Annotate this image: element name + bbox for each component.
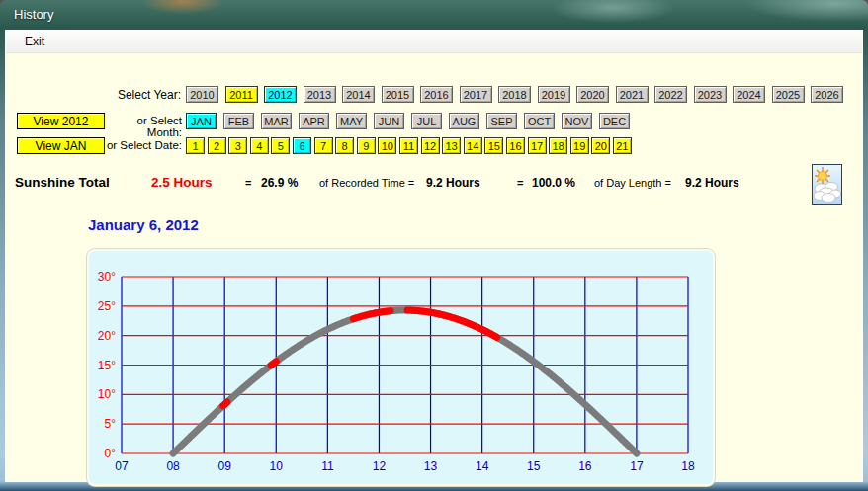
app-window: History Exit Select Year: 20102011201220…	[0, 0, 868, 491]
date-button[interactable]: 10	[378, 137, 396, 154]
year-button[interactable]: 2023	[694, 86, 727, 103]
year-button[interactable]: 2017	[460, 86, 492, 103]
date-button[interactable]: 5	[271, 137, 290, 154]
year-button[interactable]: 2026	[811, 86, 843, 103]
year-button[interactable]: 2025	[772, 86, 805, 103]
svg-text:18: 18	[681, 459, 695, 473]
svg-text:15: 15	[527, 459, 541, 473]
year-button[interactable]: 2019	[538, 86, 570, 103]
sun-behind-cloud-icon	[812, 164, 842, 205]
select-year-label: Select Year:	[110, 88, 181, 102]
view-year-button[interactable]: View 2012	[17, 113, 105, 129]
day-length-label: of Day Length =	[594, 177, 671, 189]
svg-text:10°: 10°	[98, 387, 116, 401]
svg-text:14: 14	[476, 459, 489, 473]
select-month-label: or Select Month:	[105, 115, 182, 138]
client-area: Select Year: 201020112012201320142015201…	[6, 54, 862, 481]
year-button[interactable]: 2024	[733, 86, 765, 103]
year-button[interactable]: 2013	[304, 86, 336, 103]
title-bar: History	[0, 0, 868, 30]
year-button[interactable]: 2020	[576, 86, 609, 103]
year-button[interactable]: 2015	[382, 86, 414, 103]
date-button[interactable]: 12	[421, 137, 440, 154]
date-button[interactable]: 11	[399, 137, 418, 154]
date-button[interactable]: 13	[442, 137, 461, 154]
sunshine-summary: Sunshine Total 2.5 Hours = 26.9 % of Rec…	[6, 175, 862, 193]
year-button[interactable]: 2010	[186, 86, 218, 103]
year-button[interactable]: 2011	[225, 86, 258, 103]
svg-text:20°: 20°	[98, 329, 116, 343]
year-button[interactable]: 2022	[654, 86, 687, 103]
year-button[interactable]: 2014	[342, 86, 375, 103]
date-button[interactable]: 3	[228, 137, 247, 154]
month-button-row: JANFEBMARAPRMAYJUNJULAUGSEPOCTNOVDEC	[186, 113, 637, 129]
svg-text:25°: 25°	[98, 299, 116, 313]
window-content: Exit Select Year: 2010201120122013201420…	[5, 30, 863, 482]
menu-bar: Exit	[6, 31, 862, 53]
date-button[interactable]: 21	[613, 137, 632, 154]
date-button[interactable]: 1	[186, 137, 205, 154]
sunshine-total-label: Sunshine Total	[15, 175, 110, 190]
date-button[interactable]: 17	[528, 137, 547, 154]
svg-text:17: 17	[630, 459, 644, 473]
chart-panel: 0°5°10°15°20°25°30°070809101112131415161…	[87, 249, 715, 486]
svg-text:16: 16	[578, 459, 592, 473]
svg-text:15°: 15°	[98, 359, 116, 372]
svg-text:09: 09	[218, 459, 232, 473]
date-button[interactable]: 2	[208, 137, 226, 154]
date-button[interactable]: 18	[549, 137, 567, 154]
window-title: History	[14, 7, 53, 22]
date-button[interactable]: 19	[570, 137, 589, 154]
month-button[interactable]: NOV	[562, 113, 592, 129]
recorded-time-value: 9.2 Hours	[426, 176, 480, 190]
month-button[interactable]: FEB	[223, 113, 254, 129]
date-button[interactable]: 7	[314, 137, 333, 154]
svg-text:07: 07	[115, 459, 129, 473]
month-button[interactable]: OCT	[524, 113, 555, 129]
month-button[interactable]: SEP	[486, 113, 517, 129]
svg-text:30°: 30°	[98, 270, 116, 284]
date-button[interactable]: 6	[293, 137, 311, 154]
day-length-percent: 100.0 %	[532, 176, 575, 190]
month-button[interactable]: MAR	[261, 113, 292, 129]
date-button-row: 123456789101112131415161718192021	[186, 137, 634, 154]
equals-sign: =	[245, 177, 251, 189]
svg-text:08: 08	[166, 459, 180, 473]
date-button[interactable]: 8	[335, 137, 354, 154]
recorded-time-percent: 26.9 %	[261, 176, 298, 190]
svg-text:0°: 0°	[105, 447, 117, 460]
month-button[interactable]: MAY	[336, 113, 367, 129]
year-button[interactable]: 2021	[616, 86, 649, 103]
month-button[interactable]: JUN	[374, 113, 404, 129]
date-button[interactable]: 15	[484, 137, 503, 154]
menu-item-exit[interactable]: Exit	[15, 31, 54, 52]
date-button[interactable]: 14	[464, 137, 482, 154]
select-date-label: or Select Date:	[105, 139, 182, 151]
year-button-row: 2010201120122013201420152016201720182019…	[186, 86, 850, 103]
svg-text:10: 10	[270, 459, 284, 473]
recorded-time-label: of Recorded Time =	[319, 177, 414, 189]
year-button[interactable]: 2016	[420, 86, 453, 103]
date-button[interactable]: 9	[357, 137, 376, 154]
month-button[interactable]: DEC	[599, 113, 630, 129]
month-button[interactable]: AUG	[449, 113, 479, 129]
month-button[interactable]: JAN	[186, 113, 217, 129]
svg-text:13: 13	[424, 459, 438, 473]
day-length-value: 9.2 Hours	[685, 176, 739, 190]
month-button[interactable]: APR	[299, 113, 329, 129]
view-month-button[interactable]: View JAN	[17, 137, 105, 154]
chart-date-title: January 6, 2012	[88, 216, 199, 233]
svg-text:5°: 5°	[105, 417, 117, 431]
year-button[interactable]: 2018	[498, 86, 531, 103]
date-button[interactable]: 20	[591, 137, 610, 154]
date-button[interactable]: 4	[250, 137, 269, 154]
sunshine-total-value: 2.5 Hours	[151, 175, 213, 190]
svg-text:11: 11	[321, 459, 334, 473]
year-button[interactable]: 2012	[264, 86, 297, 103]
month-button[interactable]: JUL	[411, 113, 442, 129]
equals-sign: =	[517, 177, 523, 189]
sun-elevation-chart: 0°5°10°15°20°25°30°070809101112131415161…	[89, 251, 713, 484]
date-button[interactable]: 16	[506, 137, 525, 154]
svg-text:12: 12	[373, 459, 387, 473]
